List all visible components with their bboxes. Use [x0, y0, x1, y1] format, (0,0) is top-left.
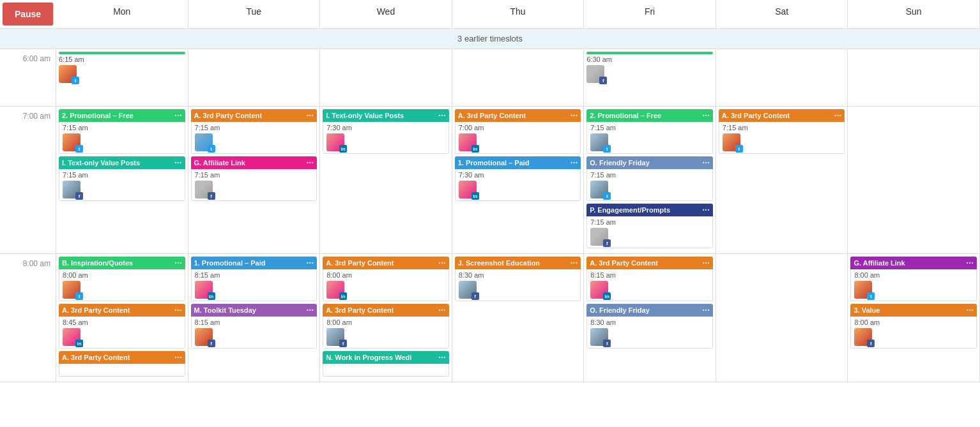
event-wed-textonly-menu[interactable]: ···	[438, 111, 446, 120]
event-sun-value-menu[interactable]: ···	[966, 306, 974, 315]
event-mon-3rdparty-2[interactable]: A. 3rd Party Content ··· 8:45 am in	[59, 304, 185, 348]
event-mon-3rdparty-3-menu[interactable]: ···	[174, 353, 182, 362]
event-thu-screenshot-menu[interactable]: ···	[570, 258, 578, 267]
event-sun-affiliate-time: 8:00 am	[854, 271, 973, 279]
event-mon-textonly[interactable]: I. Text-only Value Posts ··· 7:15 am f	[59, 156, 185, 201]
event-tue-promo-paid[interactable]: 1. Promotional – Paid ··· 8:15 am in	[191, 257, 318, 301]
event-fri-friendly-menu[interactable]: ···	[702, 158, 710, 167]
event-fri-friendly-header: O. Friendly Friday ···	[586, 156, 713, 169]
event-fri-3rdparty-2-header: A. 3rd Party Content ···	[586, 257, 713, 269]
event-sat-3rdparty-1[interactable]: A. 3rd Party Content ··· 7:15 am t	[719, 109, 845, 154]
event-sat-3rdparty-1-header: A. 3rd Party Content ···	[719, 109, 845, 122]
event-tue-affiliate-menu[interactable]: ···	[306, 158, 314, 167]
event-wed-workinprogress[interactable]: N. Work in Progress Wedi ···	[323, 351, 449, 377]
event-thu-promo-paid-menu[interactable]: ···	[570, 158, 578, 167]
event-tue-affiliate-header: G. Affiliate Link ···	[191, 156, 318, 169]
event-mon-textonly-menu[interactable]: ···	[174, 158, 182, 167]
event-wed-3rdparty-2-social: in	[339, 292, 347, 300]
event-sun-affiliate[interactable]: G. Affiliate Link ··· 8:00 am t	[850, 257, 977, 301]
event-mon-3rdparty-3-label: A. 3rd Party Content	[62, 354, 130, 361]
event-wed-textonly[interactable]: I. Text-only Value Posts ··· 7:30 am in	[323, 109, 449, 154]
event-wed-3rdparty-3-menu[interactable]: ···	[438, 306, 446, 315]
event-wed-workinprogress-menu[interactable]: ···	[438, 353, 446, 362]
event-wed-3rdparty-2[interactable]: A. 3rd Party Content ··· 8:00 am in	[323, 257, 449, 301]
event-mon-3rdparty-3-body	[59, 364, 185, 377]
day-cell-fri-800: A. 3rd Party Content ··· 8:15 am in O. F…	[584, 254, 716, 382]
day-cell-sun-700	[848, 107, 980, 253]
event-wed-workinprogress-label: N. Work in Progress Wedi	[326, 354, 411, 361]
pause-label: Pause	[15, 9, 41, 19]
event-fri-friendly2[interactable]: O. Friendly Friday ··· 8:30 am f	[586, 304, 713, 348]
event-tue-toolkit-menu[interactable]: ···	[306, 306, 314, 315]
event-fri-friendly-label: O. Friendly Friday	[590, 159, 650, 167]
event-fri-engagement-thumb: f	[590, 228, 608, 246]
earlier-timeslots-text: 3 earlier timeslots	[457, 34, 523, 43]
event-fri-3rdparty-2-social: in	[603, 292, 611, 300]
event-tue-toolkit-social: f	[208, 340, 215, 347]
event-wed-textonly-header: I. Text-only Value Posts ···	[323, 109, 449, 122]
event-sun-value[interactable]: 3. Value ··· 8:00 am f	[850, 304, 977, 348]
event-tue-promo-paid-menu[interactable]: ···	[306, 258, 314, 267]
day-cell-sun-800: G. Affiliate Link ··· 8:00 am t 3. Value	[848, 254, 980, 382]
event-wed-3rdparty-2-body: 8:00 am in	[323, 269, 449, 301]
event-fri-3rdparty-2[interactable]: A. 3rd Party Content ··· 8:15 am in	[586, 257, 713, 301]
event-thu-3rdparty-1-header: A. 3rd Party Content ···	[455, 109, 581, 122]
event-sat-3rdparty-1-time: 7:15 am	[723, 124, 841, 131]
event-tue-3rdparty-1[interactable]: A. 3rd Party Content ··· 7:15 am t	[191, 109, 318, 154]
event-sun-value-thumb: f	[854, 328, 872, 346]
event-tue-toolkit[interactable]: M. Toolkit Tuesday ··· 8:15 am f	[191, 304, 318, 348]
event-fri-3rdparty-2-label: A. 3rd Party Content	[590, 259, 657, 267]
time-label-700: 7:00 am	[0, 107, 56, 253]
event-fri-promo-free-label: 2. Promotional – Free	[590, 112, 661, 119]
event-fri-promo-free[interactable]: 2. Promotional – Free ··· 7:15 am t	[586, 109, 713, 154]
event-fri-friendly2-menu[interactable]: ···	[702, 306, 710, 315]
event-mon-promo-free-social: t	[75, 145, 83, 153]
event-wed-textonly-label: I. Text-only Value Posts	[326, 112, 404, 119]
event-thu-promo-paid-label: 1. Promotional – Paid	[458, 159, 530, 167]
earlier-timeslots-banner[interactable]: 3 earlier timeslots	[0, 29, 980, 49]
event-thu-promo-paid[interactable]: 1. Promotional – Paid ··· 7:30 am in	[455, 156, 581, 201]
mon-615-time: 6:15 am	[59, 56, 185, 63]
event-fri-friendly2-time: 8:30 am	[590, 318, 709, 326]
event-thu-screenshot-label: J. Screenshot Education	[458, 259, 540, 267]
event-thu-3rdparty-1-menu[interactable]: ···	[570, 111, 578, 120]
event-fri-3rdparty-2-time: 8:15 am	[590, 271, 709, 279]
event-fri-engagement-menu[interactable]: ···	[702, 206, 710, 214]
event-thu-3rdparty-1-body: 7:00 am in	[455, 122, 581, 154]
event-tue-affiliate[interactable]: G. Affiliate Link ··· 7:15 am f	[191, 156, 318, 201]
pause-button[interactable]: Pause	[3, 3, 54, 26]
event-fri-friendly2-body: 8:30 am f	[586, 317, 713, 348]
event-mon-inspo-thumb: t	[63, 281, 80, 299]
event-mon-inspo[interactable]: B. Inspiration/Quotes ··· 8:00 am t	[59, 257, 185, 301]
event-tue-3rdparty-1-menu[interactable]: ···	[306, 111, 314, 120]
header-wed: Wed	[320, 0, 452, 28]
event-mon-inspo-menu[interactable]: ···	[174, 258, 182, 267]
event-mon-promo-free-menu[interactable]: ···	[174, 111, 182, 120]
event-sun-value-time: 8:00 am	[854, 318, 973, 326]
event-fri-3rdparty-2-menu[interactable]: ···	[702, 258, 710, 267]
event-mon-textonly-header: I. Text-only Value Posts ···	[59, 156, 185, 169]
event-mon-inspo-body: 8:00 am t	[59, 269, 185, 301]
event-fri-engagement-social: f	[603, 239, 611, 247]
event-tue-toolkit-label: M. Toolkit Tuesday	[194, 306, 256, 314]
event-fri-promo-free-menu[interactable]: ···	[702, 111, 710, 120]
event-mon-textonly-body: 7:15 am f	[59, 169, 185, 201]
event-fri-friendly-social: t	[603, 192, 611, 200]
event-thu-3rdparty-1[interactable]: A. 3rd Party Content ··· 7:00 am in	[455, 109, 581, 154]
day-cell-thu-700: A. 3rd Party Content ··· 7:00 am in 1. P…	[452, 107, 585, 253]
event-fri-engagement[interactable]: P. Engagement/Prompts ··· 7:15 am f	[586, 204, 713, 248]
event-wed-3rdparty-2-time: 8:00 am	[326, 271, 445, 279]
event-sat-3rdparty-1-menu[interactable]: ···	[834, 111, 842, 120]
event-thu-screenshot[interactable]: J. Screenshot Education ··· 8:30 am f	[455, 257, 581, 301]
header-row: Pause Mon Tue Wed Thu Fri Sat Sun	[0, 0, 980, 29]
day-cell-sun-600	[848, 49, 980, 106]
day-cell-thu-800: J. Screenshot Education ··· 8:30 am f	[452, 254, 585, 382]
event-mon-3rdparty-2-menu[interactable]: ···	[174, 306, 182, 315]
event-mon-promo-free[interactable]: 2. Promotional – Free ··· 7:15 am t	[59, 109, 185, 154]
event-wed-3rdparty-2-menu[interactable]: ···	[438, 258, 446, 267]
event-sun-affiliate-menu[interactable]: ···	[966, 258, 974, 267]
event-fri-friendly[interactable]: O. Friendly Friday ··· 7:15 am t	[586, 156, 713, 201]
event-mon-3rdparty-3[interactable]: A. 3rd Party Content ···	[59, 351, 185, 377]
event-mon-inspo-label: B. Inspiration/Quotes	[62, 259, 133, 267]
event-wed-3rdparty-3[interactable]: A. 3rd Party Content ··· 8:00 am f	[323, 304, 449, 348]
